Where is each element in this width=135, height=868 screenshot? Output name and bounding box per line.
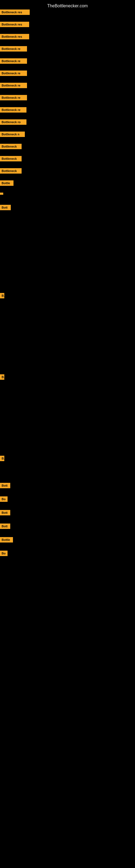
bottleneck-button-17[interactable]: Bott [0, 205, 11, 210]
bottleneck-button-4[interactable]: Bottleneck re [0, 46, 27, 52]
bottleneck-button-18[interactable]: B [0, 293, 4, 299]
bottleneck-button-16[interactable] [0, 193, 3, 195]
bottleneck-button-23[interactable]: Bott [0, 510, 10, 516]
bottleneck-button-5[interactable]: Bottleneck re [0, 58, 27, 64]
bottleneck-button-11[interactable]: Bottleneck n [0, 131, 25, 137]
bottleneck-button-20[interactable]: B [0, 456, 4, 461]
bottleneck-button-6[interactable]: Bottleneck re [0, 70, 27, 76]
bottleneck-button-1[interactable]: Bottleneck res [0, 9, 30, 15]
bottleneck-button-8[interactable]: Bottleneck re [0, 95, 27, 100]
bottleneck-button-25[interactable]: Bottle [0, 537, 13, 542]
bottleneck-button-26[interactable]: Bo [0, 551, 8, 556]
bottleneck-button-14[interactable]: Bottleneck [0, 168, 21, 174]
bottleneck-button-15[interactable]: Bottle [0, 180, 13, 186]
bottleneck-button-7[interactable]: Bottleneck re [0, 83, 27, 88]
bottleneck-button-24[interactable]: Bott [0, 524, 10, 529]
bottleneck-button-2[interactable]: Bottleneck res [0, 22, 29, 27]
bottleneck-button-9[interactable]: Bottleneck re [0, 107, 27, 113]
bottleneck-button-12[interactable]: Bottleneck [0, 144, 21, 149]
bottleneck-button-10[interactable]: Bottleneck ro [0, 119, 27, 125]
bottleneck-button-22[interactable]: Bo [0, 496, 8, 502]
bottleneck-button-19[interactable]: B [0, 374, 4, 380]
bottleneck-button-3[interactable]: Bottleneck res [0, 34, 29, 39]
bottleneck-button-21[interactable]: Bott [0, 483, 10, 488]
bottleneck-button-13[interactable]: Bottleneck [0, 156, 21, 161]
